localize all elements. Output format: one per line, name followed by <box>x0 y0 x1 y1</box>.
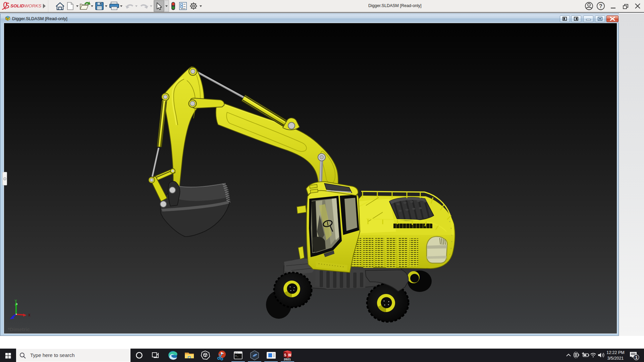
svg-text:X: X <box>28 313 31 317</box>
svg-text:W: W <box>288 353 291 357</box>
svg-text:3/5/2021: 3/5/2021 <box>607 356 624 361</box>
svg-text:1: 1 <box>635 355 638 360</box>
svg-text:C:\_: C:\_ <box>235 352 239 354</box>
svg-text:12:22 PM: 12:22 PM <box>606 350 625 355</box>
svg-text:2021: 2021 <box>284 357 291 361</box>
svg-text:SOLIDWORKS: SOLIDWORKS <box>10 3 41 8</box>
svg-text:>_: >_ <box>235 354 238 357</box>
svg-text:S: S <box>284 353 286 357</box>
svg-text:?: ? <box>599 3 602 9</box>
svg-text:Y: Y <box>15 299 17 303</box>
